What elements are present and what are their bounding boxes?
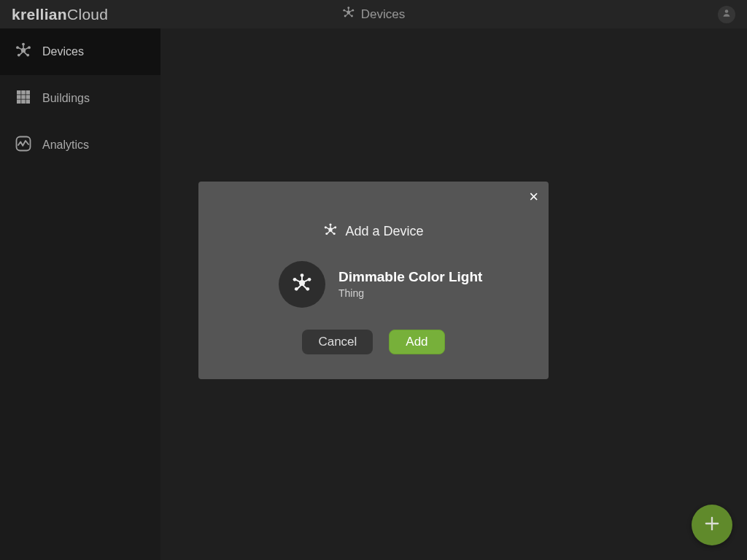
device-name: Dimmable Color Light [338,268,482,286]
modal-actions: Cancel Add [213,330,534,354]
device-chip [279,261,325,308]
add-button[interactable]: Add [389,330,444,354]
close-button[interactable]: × [529,189,538,205]
devices-icon [323,222,338,241]
add-device-modal: × Add a Device Dimmable Color Light Thin… [198,182,549,379]
device-row: Dimmable Color Light Thing [213,261,534,308]
close-icon: × [529,187,538,206]
modal-scrim[interactable]: × Add a Device Dimmable Color Light Thin… [0,0,747,560]
modal-title-text: Add a Device [345,224,423,239]
device-text: Dimmable Color Light Thing [338,268,482,300]
device-subtitle: Thing [338,287,482,300]
cancel-button[interactable]: Cancel [302,330,373,354]
modal-title: Add a Device [213,222,534,241]
devices-icon [291,272,313,297]
